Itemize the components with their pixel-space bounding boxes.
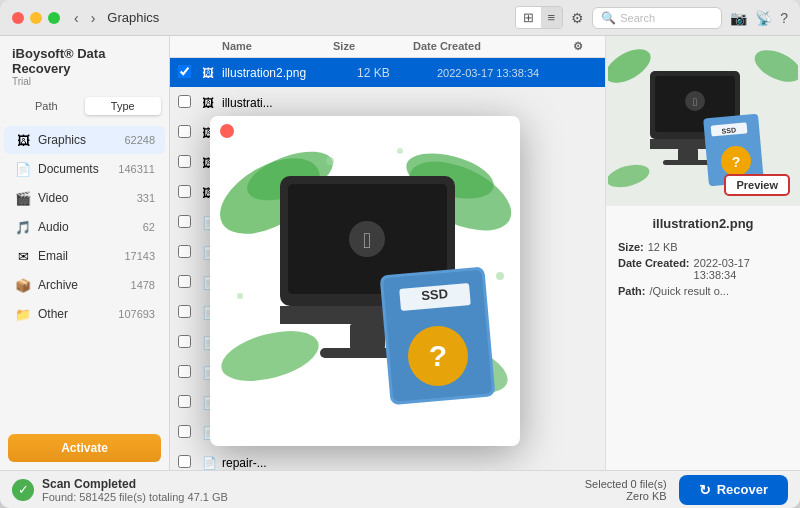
date-value: 2022-03-17 13:38:34	[694, 257, 788, 281]
row-checkbox[interactable]	[178, 395, 191, 408]
preview-path-row: Path: /Quick result o...	[618, 285, 788, 297]
sidebar-count-archive: 1478	[131, 279, 155, 291]
svg-point-20	[397, 148, 403, 154]
preview-button[interactable]: Preview	[724, 174, 790, 196]
sidebar-item-documents[interactable]: 📄 Documents 146311	[4, 155, 165, 183]
documents-icon: 📄	[14, 160, 32, 178]
other-icon: 📁	[14, 305, 32, 323]
size-label: Size:	[618, 241, 644, 253]
sidebar-count-other: 107693	[118, 308, 155, 320]
title-bar: ‹ › Graphics ⊞ ≡ ⚙ 🔍 Search 📷 📡 ?	[0, 0, 800, 36]
tab-type[interactable]: Type	[85, 97, 162, 115]
file-date: 2022-03-17 13:38:34	[437, 67, 597, 79]
svg-rect-32	[678, 149, 698, 161]
date-column: Date Created	[413, 40, 573, 53]
view-toggle: ⊞ ≡	[515, 6, 564, 29]
file-name: illustrati...	[222, 96, 357, 110]
sidebar-label-audio: Audio	[38, 220, 143, 234]
sidebar-item-archive[interactable]: 📦 Archive 1478	[4, 271, 165, 299]
row-checkbox[interactable]	[178, 245, 191, 258]
sidebar-count-documents: 146311	[118, 163, 155, 175]
selected-files-label: Selected 0 file(s)	[585, 478, 667, 490]
row-checkbox[interactable]	[178, 365, 191, 378]
video-icon: 🎬	[14, 189, 32, 207]
minimize-button[interactable]	[30, 12, 42, 24]
filter-button[interactable]: ⚙	[571, 10, 584, 26]
preview-size-row: Size: 12 KB	[618, 241, 788, 253]
row-checkbox[interactable]	[178, 425, 191, 438]
recover-label: Recover	[717, 482, 768, 497]
row-checkbox[interactable]	[178, 305, 191, 318]
file-name: repair-...	[222, 456, 357, 470]
archive-icon: 📦	[14, 276, 32, 294]
sidebar-item-audio[interactable]: 🎵 Audio 62	[4, 213, 165, 241]
camera-icon[interactable]: 📷	[730, 10, 747, 26]
app-name: iBoysoft® Data Recovery	[12, 46, 157, 76]
date-label: Date Created:	[618, 257, 690, 281]
email-icon: ✉	[14, 247, 32, 265]
row-checkbox[interactable]	[178, 455, 191, 468]
row-checkbox[interactable]	[178, 275, 191, 288]
sidebar-item-email[interactable]: ✉ Email 17143	[4, 242, 165, 270]
recover-button[interactable]: ↻ Recover	[679, 475, 788, 505]
svg-text:: 	[693, 96, 697, 108]
row-checkbox[interactable]	[178, 125, 191, 138]
sidebar-count-audio: 62	[143, 221, 155, 233]
list-view-button[interactable]: ≡	[541, 7, 563, 28]
overlay-preview:  ? SSD	[210, 116, 520, 446]
row-checkbox[interactable]	[178, 185, 191, 198]
grid-view-button[interactable]: ⊞	[516, 7, 541, 28]
actions-column: ⚙	[573, 40, 597, 53]
sidebar-header: iBoysoft® Data Recovery Trial	[0, 36, 169, 91]
app-window: ‹ › Graphics ⊞ ≡ ⚙ 🔍 Search 📷 📡 ?	[0, 0, 800, 508]
row-checkbox[interactable]	[178, 95, 191, 108]
svg-text:SSD: SSD	[421, 286, 449, 303]
sidebar-count-video: 331	[137, 192, 155, 204]
file-name: illustration2.png	[222, 66, 357, 80]
path-value: /Quick result o...	[650, 285, 729, 297]
maximize-button[interactable]	[48, 12, 60, 24]
sidebar-label-archive: Archive	[38, 278, 131, 292]
svg-point-21	[496, 272, 504, 280]
toolbar-right: ⊞ ≡ ⚙ 🔍 Search 📷 📡 ?	[515, 6, 788, 29]
name-column: Name	[222, 40, 333, 53]
file-header: Name Size Date Created ⚙	[170, 36, 605, 58]
table-row[interactable]: 🖼 illustration2.png 12 KB 2022-03-17 13:…	[170, 58, 605, 88]
wifi-icon[interactable]: 📡	[755, 10, 772, 26]
sidebar-item-other[interactable]: 📁 Other 107693	[4, 300, 165, 328]
row-checkbox[interactable]	[178, 335, 191, 348]
svg-text:: 	[363, 228, 371, 253]
row-checkbox[interactable]	[178, 215, 191, 228]
nav-buttons: ‹ ›	[70, 8, 99, 28]
sidebar: iBoysoft® Data Recovery Trial Path Type …	[0, 36, 170, 470]
toolbar-icons: 📷 📡 ?	[730, 10, 788, 26]
sidebar-label-documents: Documents	[38, 162, 118, 176]
selected-info: Selected 0 file(s) Zero KB	[585, 478, 667, 502]
overlay-close-button[interactable]	[220, 124, 234, 138]
audio-icon: 🎵	[14, 218, 32, 236]
help-icon[interactable]: ?	[780, 10, 788, 26]
table-row[interactable]: 🖼 illustrati...	[170, 88, 605, 118]
tab-path[interactable]: Path	[8, 97, 85, 115]
row-checkbox[interactable]	[178, 155, 191, 168]
size-column: Size	[333, 40, 413, 53]
graphics-icon: 🖼	[14, 131, 32, 149]
sidebar-tabs: Path Type	[0, 91, 169, 121]
sidebar-label-other: Other	[38, 307, 118, 321]
activate-button[interactable]: Activate	[8, 434, 161, 462]
search-box[interactable]: 🔍 Search	[592, 7, 722, 29]
sidebar-item-video[interactable]: 🎬 Video 331	[4, 184, 165, 212]
scan-status: Scan Completed Found: 581425 file(s) tot…	[42, 477, 228, 503]
forward-button[interactable]: ›	[87, 8, 100, 28]
sidebar-item-graphics[interactable]: 🖼 Graphics 62248	[4, 126, 165, 154]
row-checkbox[interactable]	[178, 65, 191, 78]
svg-point-19	[326, 157, 334, 165]
preview-thumbnail-area:  ? SSD Preview	[606, 36, 800, 206]
back-button[interactable]: ‹	[70, 8, 83, 28]
icon-column	[202, 40, 222, 53]
scan-detail: Found: 581425 file(s) totaling 47.1 GB	[42, 491, 228, 503]
preview-date-row: Date Created: 2022-03-17 13:38:34	[618, 257, 788, 281]
svg-point-22	[237, 293, 243, 299]
table-row[interactable]: 📄 repair-...	[170, 448, 605, 470]
close-button[interactable]	[12, 12, 24, 24]
